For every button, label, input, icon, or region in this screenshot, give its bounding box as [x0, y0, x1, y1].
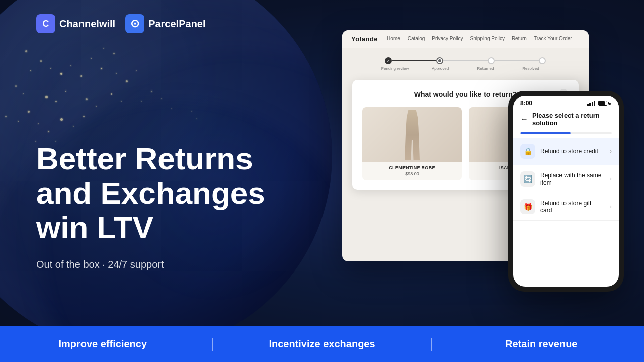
progress-area: Pending review Approved Returned Resolve… [342, 48, 589, 76]
label-resolved: Resolved [516, 66, 546, 71]
battery-fill [599, 101, 605, 105]
product-name-1: CLEMENTINE ROBE [362, 162, 462, 171]
bottom-separator-2: | [430, 336, 433, 352]
bottom-item-1: Improve efficiency [0, 338, 205, 350]
product-silhouette-1 [399, 110, 425, 160]
return-options: 🔒 Refund to store credit › 🔄 Replace wit… [513, 134, 619, 225]
right-content: Yolande Home Catalog Privacy Policy Ship… [342, 30, 624, 282]
signal-bar-2 [589, 103, 591, 106]
signal-bar-1 [587, 104, 589, 106]
option-label-gift-card: Refund to store gift card [540, 200, 605, 214]
label-pending: Pending review [380, 66, 410, 71]
option-label-store-credit: Refund to store credit [540, 148, 605, 155]
phone-inner: 8:00 ▸ ← Please select a [513, 96, 619, 287]
chevron-icon-3: › [610, 203, 612, 210]
step-line-3 [495, 60, 539, 61]
bottom-bar: Improve efficiency | Incentivize exchang… [0, 326, 644, 362]
step-labels: Pending review Approved Returned Resolve… [385, 66, 546, 71]
nav-privacy[interactable]: Privacy Policy [432, 36, 463, 42]
gift-card-icon: 🎁 [520, 199, 535, 214]
phone-status-bar: 8:00 ▸ [513, 96, 619, 109]
back-arrow-icon[interactable]: ← [520, 115, 528, 124]
phone-mockup: 8:00 ▸ ← Please select a [508, 90, 624, 292]
bottom-item-2: Incentivize exchanges [219, 338, 425, 350]
nav-return[interactable]: Return [512, 36, 527, 42]
bottom-item-3: Retain revenue [439, 338, 644, 350]
phone-time: 8:00 [520, 100, 532, 107]
nav-track[interactable]: Track Your Order [534, 36, 572, 42]
option-label-replace: Replace with the same item [540, 172, 605, 186]
product-img-1 [362, 107, 462, 162]
chevron-icon-2: › [610, 175, 612, 183]
return-option-gift-card[interactable]: 🎁 Refund to store gift card › [513, 193, 619, 221]
return-option-replace[interactable]: 🔄 Replace with the same item › [513, 165, 619, 193]
hero-content: Better Returns and Exchanges win LTV Out… [36, 0, 328, 362]
step-pending [385, 57, 392, 64]
signal-bars [587, 101, 596, 106]
chevron-icon-1: › [610, 148, 612, 155]
desktop-brand: Yolande [351, 35, 378, 43]
desktop-nav: Yolande Home Catalog Privacy Policy Ship… [342, 30, 589, 48]
hero-subtext: Out of the box · 24/7 support [36, 259, 328, 270]
step-line-2 [443, 60, 488, 61]
label-approved: Approved [425, 66, 455, 71]
nav-shipping[interactable]: Shipping Policy [470, 36, 505, 42]
step-resolved [539, 57, 546, 64]
phone-header: ← Please select a return solution [513, 109, 619, 132]
progress-steps [385, 57, 546, 64]
battery-icon [598, 101, 607, 106]
label-returned: Returned [470, 66, 501, 71]
step-line-1 [392, 60, 436, 61]
product-card-1[interactable]: CLEMENTINE ROBE $98.00 [362, 107, 462, 180]
signal-bar-4 [594, 101, 595, 106]
return-option-store-credit[interactable]: 🔒 Refund to store credit › [513, 138, 619, 165]
replace-icon: 🔄 [520, 171, 535, 187]
wifi-icon: ▸ [609, 101, 612, 106]
hero-heading: Better Returns and Exchanges win LTV [36, 142, 328, 245]
product-price-1: $98.00 [362, 171, 462, 180]
phone-header-title: Please select a return solution [532, 112, 612, 127]
signal-bar-3 [592, 102, 593, 106]
step-approved [436, 57, 443, 64]
phone-status-icons: ▸ [587, 101, 612, 106]
desktop-nav-links: Home Catalog Privacy Policy Shipping Pol… [387, 36, 572, 42]
nav-home[interactable]: Home [387, 36, 400, 42]
step-returned [488, 57, 495, 64]
store-credit-icon: 🔒 [520, 144, 535, 159]
bottom-separator-1: | [210, 336, 214, 352]
nav-catalog[interactable]: Catalog [408, 36, 425, 42]
